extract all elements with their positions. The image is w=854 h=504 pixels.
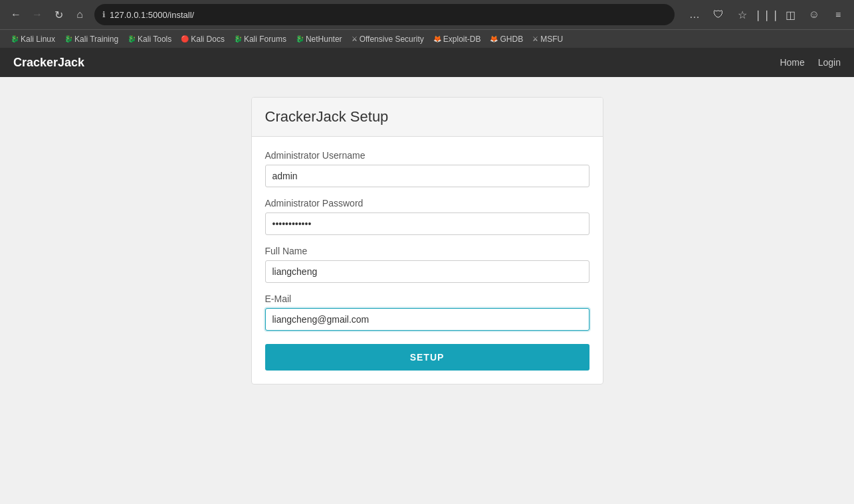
bookmark-star-icon[interactable]: ☆ — [733, 5, 752, 24]
bookmark-icon-ghdb: 🦊 — [490, 35, 498, 42]
lock-icon: ℹ — [102, 10, 106, 19]
browser-chrome: ← → ↻ ⌂ ℹ 127.0.0.1:5000/install/ … 🛡 ☆ … — [0, 0, 854, 48]
bookmark-icon-kali-tools: 🐉 — [128, 35, 136, 42]
bookmark-label-kali-tools: Kali Tools — [138, 35, 171, 44]
email-group: E-Mail — [265, 294, 589, 331]
address-bar[interactable]: ℹ 127.0.0.1:5000/install/ — [94, 4, 675, 25]
menu-button[interactable]: ≡ — [829, 5, 847, 24]
bookmark-icon-msfu: ⚔ — [532, 35, 538, 42]
bookmark-item-kali-docs[interactable]: 🔴Kali Docs — [177, 33, 229, 45]
bookmark-label-kali-training: Kali Training — [74, 35, 118, 44]
account-icon[interactable]: ☺ — [805, 5, 823, 24]
home-button[interactable]: ⌂ — [70, 5, 89, 24]
app-brand[interactable]: CrackerJack — [13, 56, 84, 70]
app-nav-links: Home Login — [780, 57, 841, 68]
username-label: Administrator Username — [265, 150, 589, 161]
nav-home-link[interactable]: Home — [780, 57, 804, 68]
bookmark-label-offensive-security: Offensive Security — [360, 35, 424, 44]
more-button[interactable]: … — [685, 5, 704, 24]
password-input[interactable] — [265, 212, 589, 235]
bookmark-icon-kali-training: 🐉 — [64, 35, 72, 42]
bookmark-label-kali-forums: Kali Forums — [244, 35, 286, 44]
bookmark-item-kali-training[interactable]: 🐉Kali Training — [60, 33, 122, 45]
bookmark-item-exploit-db[interactable]: 🦊Exploit-DB — [429, 33, 485, 45]
bookmark-label-exploit-db: Exploit-DB — [443, 35, 481, 44]
username-group: Administrator Username — [265, 150, 589, 187]
bookmark-icon-kali-docs: 🔴 — [181, 35, 189, 42]
bookmark-label-nethunter: NetHunter — [306, 35, 342, 44]
back-button[interactable]: ← — [7, 5, 25, 24]
nav-login-link[interactable]: Login — [818, 57, 841, 68]
fullname-input[interactable] — [265, 260, 589, 283]
browser-actions: … 🛡 ☆ ❘❘❘ ◫ ☺ ≡ — [685, 5, 847, 24]
bookmark-item-kali-linux[interactable]: 🐉Kali Linux — [7, 33, 59, 45]
app-navbar: CrackerJack Home Login — [0, 48, 854, 77]
bookmark-icon-kali-forums: 🐉 — [234, 35, 242, 42]
bookmark-item-msfu[interactable]: ⚔MSFU — [528, 33, 567, 45]
reload-button[interactable]: ↻ — [49, 5, 68, 24]
bookmarks-bar: 🐉Kali Linux🐉Kali Training🐉Kali Tools🔴Kal… — [0, 29, 854, 48]
bookmark-icon-exploit-db: 🦊 — [433, 35, 441, 42]
setup-card-body: Administrator Username Administrator Pas… — [252, 137, 603, 384]
fullname-group: Full Name — [265, 246, 589, 283]
password-label: Administrator Password — [265, 198, 589, 209]
fullname-label: Full Name — [265, 246, 589, 256]
password-group: Administrator Password — [265, 198, 589, 235]
bookmark-item-ghdb[interactable]: 🦊GHDB — [486, 33, 527, 45]
username-input[interactable] — [265, 165, 589, 187]
nav-buttons: ← → ↻ ⌂ — [7, 5, 89, 24]
main-content: CrackerJack Setup Administrator Username… — [0, 77, 854, 504]
bookmark-item-kali-forums[interactable]: 🐉Kali Forums — [230, 33, 290, 45]
bookmark-item-nethunter[interactable]: 🐉NetHunter — [292, 33, 346, 45]
bookmark-label-kali-linux: Kali Linux — [21, 35, 55, 44]
bookmark-item-offensive-security[interactable]: ⚔Offensive Security — [348, 33, 428, 45]
email-input[interactable] — [265, 308, 589, 331]
setup-button[interactable]: SETUP — [265, 344, 589, 371]
email-label: E-Mail — [265, 294, 589, 304]
bookmark-label-kali-docs: Kali Docs — [191, 35, 225, 44]
setup-card-header: CrackerJack Setup — [252, 98, 603, 137]
bookmark-icon-nethunter: 🐉 — [296, 35, 304, 42]
setup-title: CrackerJack Setup — [265, 108, 589, 126]
shield-icon[interactable]: 🛡 — [709, 5, 728, 24]
forward-button[interactable]: → — [28, 5, 47, 24]
sidebar-icon[interactable]: ◫ — [781, 5, 800, 24]
url-text: 127.0.0.1:5000/install/ — [110, 10, 667, 20]
bookmark-label-ghdb: GHDB — [500, 35, 523, 44]
setup-card: CrackerJack Setup Administrator Username… — [251, 97, 603, 384]
library-icon[interactable]: ❘❘❘ — [757, 5, 776, 24]
bookmark-icon-kali-linux: 🐉 — [11, 35, 19, 42]
browser-toolbar: ← → ↻ ⌂ ℹ 127.0.0.1:5000/install/ … 🛡 ☆ … — [0, 0, 854, 29]
bookmark-label-msfu: MSFU — [540, 35, 563, 44]
bookmark-icon-offensive-security: ⚔ — [352, 35, 358, 42]
bookmark-item-kali-tools[interactable]: 🐉Kali Tools — [124, 33, 175, 45]
